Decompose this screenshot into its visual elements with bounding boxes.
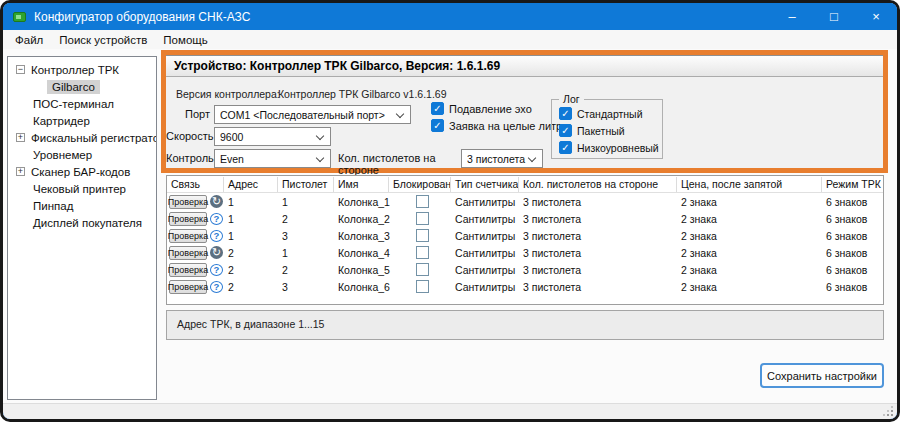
log-lowlevel-checkbox[interactable]: ✓ Низкоуровневый: [559, 141, 659, 154]
table-row: Проверка ↻ 2 1 Колонка_4 Сантилитры 3 пи…: [167, 244, 883, 261]
chevron-down-icon: [528, 155, 536, 163]
device-header-title: Устройство: Контроллер ТРК Gilbarco, Вер…: [174, 59, 500, 73]
question-icon: ?: [210, 264, 223, 276]
device-tree: − Контроллер ТРК Gilbarco ПОС-терминал К…: [7, 56, 157, 400]
echo-suppression-checkbox[interactable]: ✓ Подавление эхо: [431, 102, 532, 115]
screenshot: Конфигуратор оборудования СНК-АЗС – □ × …: [0, 0, 900, 422]
check-icon: ✓: [561, 143, 569, 153]
checkbox-checked[interactable]: ✓: [431, 102, 444, 115]
table-row: Проверка ? 2 3 Колонка_6 Сантилитры 3 пи…: [167, 278, 883, 295]
refresh-icon: ↻: [210, 195, 223, 208]
tree-item-gilbarco[interactable]: Gilbarco: [8, 78, 156, 95]
port-select[interactable]: COM1 <Последовательный порт>: [214, 105, 411, 124]
menu-help[interactable]: Помощь: [155, 32, 215, 48]
check-connection-button[interactable]: Проверка: [169, 280, 207, 294]
close-button[interactable]: ×: [855, 3, 897, 30]
tree-item-level-gauge[interactable]: Уровнемер: [8, 146, 156, 163]
check-connection-button[interactable]: Проверка: [169, 246, 207, 260]
tree-item-controller-trk[interactable]: − Контроллер ТРК: [8, 61, 156, 78]
check-connection-button[interactable]: Проверка: [169, 195, 207, 209]
check-connection-button[interactable]: Проверка: [169, 263, 207, 277]
pumps-table: Связь Адрес Пистолет Имя Блокирована Тип…: [166, 175, 884, 305]
chevron-down-icon: [316, 133, 324, 141]
check-icon: ✓: [561, 126, 569, 136]
checkbox-checked[interactable]: ✓: [431, 119, 444, 132]
main-panel: Устройство: Контроллер ТРК Gilbarco, Вер…: [158, 49, 894, 400]
expand-icon[interactable]: +: [16, 167, 25, 176]
tree-item-pinpad[interactable]: Пинпад: [8, 197, 156, 214]
controller-version-label: Версия контроллера:: [176, 88, 280, 100]
nozzles-per-side-select[interactable]: 3 пистолета: [461, 149, 543, 168]
check-icon: ✓: [433, 104, 441, 114]
status-bar: [3, 403, 897, 419]
window-controls: – □ ×: [771, 3, 897, 30]
save-settings-button[interactable]: Сохранить настройки: [760, 363, 884, 388]
speed-label: Скорость: [166, 130, 210, 142]
tree-item-card-reader[interactable]: Картридер: [8, 112, 156, 129]
content-area: − Контроллер ТРК Gilbarco ПОС-терминал К…: [3, 49, 897, 403]
blocked-checkbox[interactable]: [416, 246, 429, 259]
minimize-button[interactable]: –: [771, 3, 813, 30]
address-range-note: Адрес ТРК, в диапазоне 1...15: [166, 310, 884, 340]
check-icon: ✓: [561, 109, 569, 119]
app-icon: [13, 12, 26, 22]
log-packet-checkbox[interactable]: ✓ Пакетный: [559, 124, 625, 137]
check-icon: ✓: [433, 121, 441, 131]
log-group-title: Лог: [559, 93, 584, 105]
chevron-down-icon: [316, 155, 324, 163]
refresh-icon: ↻: [210, 246, 223, 259]
table-row: Проверка ? 1 3 Колонка_3 Сантилитры 3 пи…: [167, 227, 883, 244]
nozzles-per-side-label: Кол. пистолетов на стороне: [338, 152, 458, 176]
blocked-checkbox[interactable]: [416, 229, 429, 242]
check-connection-button[interactable]: Проверка: [169, 212, 207, 226]
window-title: Конфигуратор оборудования СНК-АЗС: [34, 10, 250, 24]
blocked-checkbox[interactable]: [416, 212, 429, 225]
device-settings-highlight: Устройство: Контроллер ТРК Gilbarco, Вер…: [161, 50, 888, 173]
question-icon: ?: [210, 230, 223, 242]
title-bar: Конфигуратор оборудования СНК-АЗС – □ ×: [3, 3, 897, 30]
blocked-checkbox[interactable]: [416, 195, 429, 208]
port-label: Порт: [166, 108, 210, 120]
parity-label: Контроль: [166, 152, 210, 164]
tree-item-barcode-scanner[interactable]: + Сканер БАР-кодов: [8, 163, 156, 180]
maximize-button[interactable]: □: [813, 3, 855, 30]
checkbox-checked[interactable]: ✓: [559, 107, 572, 120]
table-row: Проверка ? 2 2 Колонка_5 Сантилитры 3 пи…: [167, 261, 883, 278]
menu-file[interactable]: Файл: [7, 32, 51, 48]
table-row: Проверка ? 1 2 Колонка_2 Сантилитры 3 пи…: [167, 210, 883, 227]
chevron-down-icon: [396, 111, 404, 119]
resize-grip[interactable]: [883, 406, 893, 416]
log-groupbox: Лог ✓ Стандартный ✓ Пакетный ✓ Низкоуров…: [551, 99, 663, 159]
app-window: Конфигуратор оборудования СНК-АЗС – □ × …: [0, 0, 900, 422]
table-row: Проверка ↻ 1 1 Колонка_1 Сантилитры 3 пи…: [167, 193, 883, 210]
controller-version-value: Контроллер ТРК Gilbarco v1.6.1.69: [278, 88, 447, 100]
device-header-bar: Устройство: Контроллер ТРК Gilbarco, Вер…: [166, 55, 883, 77]
whole-litres-checkbox[interactable]: ✓ Заявка на целые литры: [431, 119, 570, 132]
table-header-row: Связь Адрес Пистолет Имя Блокирована Тип…: [167, 176, 883, 193]
blocked-checkbox[interactable]: [416, 263, 429, 276]
collapse-icon[interactable]: −: [16, 65, 25, 74]
checkbox-checked[interactable]: ✓: [559, 141, 572, 154]
tree-item-pos-terminal[interactable]: ПОС-терминал: [8, 95, 156, 112]
menu-device-search[interactable]: Поиск устройств: [51, 32, 155, 48]
speed-select[interactable]: 9600: [214, 127, 331, 146]
parity-select[interactable]: Even: [214, 149, 331, 168]
blocked-checkbox[interactable]: [416, 280, 429, 293]
question-icon: ?: [210, 213, 223, 225]
tree-item-receipt-printer[interactable]: Чековый принтер: [8, 180, 156, 197]
log-standard-checkbox[interactable]: ✓ Стандартный: [559, 107, 643, 120]
check-connection-button[interactable]: Проверка: [169, 229, 207, 243]
checkbox-checked[interactable]: ✓: [559, 124, 572, 137]
menu-bar: Файл Поиск устройств Помощь: [3, 30, 897, 49]
tree-item-fiscal-registrar[interactable]: + Фискальный регистратор: [8, 129, 156, 146]
tree-item-customer-display[interactable]: Дисплей покупателя: [8, 214, 156, 231]
expand-icon[interactable]: +: [16, 133, 25, 142]
question-icon: ?: [210, 281, 223, 293]
